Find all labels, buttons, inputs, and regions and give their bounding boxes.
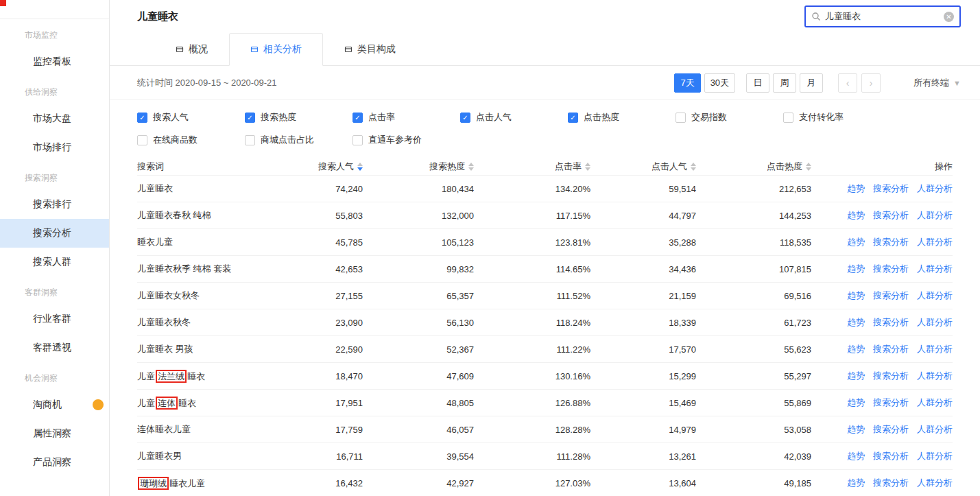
sort-icon[interactable] (806, 163, 811, 171)
sidebar-item[interactable]: 属性洞察 (0, 419, 109, 448)
column-header[interactable]: 搜索人气 (275, 161, 363, 173)
clear-search-icon[interactable]: ✕ (944, 12, 954, 22)
pager-next-icon[interactable]: › (861, 73, 881, 93)
action-link[interactable]: 搜索分析 (873, 316, 909, 329)
metric-value: 17,570 (590, 344, 696, 355)
metric-checkbox-item[interactable]: ✓搜索人气 (137, 111, 245, 123)
checkbox[interactable]: ✓ (460, 113, 470, 123)
action-link[interactable]: 趋势 (847, 182, 865, 195)
metric-checkbox-item[interactable]: ✓点击率 (352, 111, 460, 123)
action-link[interactable]: 搜索分析 (873, 290, 909, 302)
checkbox[interactable] (137, 135, 147, 145)
column-header[interactable]: 点击人气 (590, 161, 696, 173)
action-link[interactable]: 搜索分析 (873, 209, 909, 222)
action-link[interactable]: 人群分析 (917, 290, 953, 302)
action-link[interactable]: 人群分析 (917, 182, 953, 195)
table-row: 珊瑚绒睡衣儿童16,43242,927127.03%13,60449,185趋势… (137, 469, 953, 496)
action-link[interactable]: 人群分析 (917, 450, 953, 462)
metric-value: 14,979 (590, 425, 696, 435)
metric-checkbox-item[interactable]: ✓搜索热度 (245, 111, 352, 123)
range-button[interactable]: 7天 (674, 73, 700, 93)
metric-checkbox-item[interactable]: 支付转化率 (783, 111, 891, 123)
checkbox[interactable] (352, 135, 363, 145)
action-link[interactable]: 搜索分析 (873, 397, 909, 409)
action-link[interactable]: 趋势 (847, 236, 865, 248)
sidebar-item[interactable]: 搜索排行 (0, 190, 109, 219)
sort-icon[interactable] (468, 163, 474, 171)
checkbox[interactable]: ✓ (352, 113, 363, 123)
terminal-label: 所有终端 (913, 77, 949, 89)
search-input[interactable] (825, 12, 944, 22)
action-link[interactable]: 趋势 (847, 370, 865, 382)
tab-item[interactable]: 类目构成 (323, 33, 417, 66)
action-link[interactable]: 搜索分析 (873, 263, 909, 275)
action-link[interactable]: 搜索分析 (873, 236, 909, 248)
metric-value: 16,432 (275, 478, 363, 488)
table-row: 连体睡衣儿童17,75946,057128.28%14,97953,058趋势搜… (137, 416, 953, 442)
keyword-cell: 儿童连体睡衣 (137, 397, 275, 410)
sidebar-item[interactable]: 行业客群 (0, 305, 109, 333)
action-link[interactable]: 人群分析 (917, 316, 953, 329)
checkbox[interactable]: ✓ (137, 113, 147, 123)
range-button[interactable]: 30天 (704, 73, 735, 93)
action-link[interactable]: 趋势 (847, 423, 865, 436)
sort-icon[interactable] (585, 163, 590, 171)
metric-checkbox-item[interactable]: 交易指数 (676, 111, 783, 123)
sidebar-item[interactable]: 产品洞察 (0, 448, 109, 477)
action-link[interactable]: 人群分析 (917, 236, 953, 248)
search-icon (811, 12, 821, 21)
sort-icon[interactable] (357, 163, 363, 171)
action-link[interactable]: 人群分析 (917, 477, 953, 489)
sidebar-item[interactable]: 市场排行 (0, 133, 109, 162)
tab-icon (176, 45, 184, 54)
action-link[interactable]: 趋势 (847, 263, 865, 275)
checkbox[interactable]: ✓ (568, 113, 578, 123)
metric-checkbox-item[interactable]: 商城点击占比 (245, 134, 352, 146)
sort-icon[interactable] (691, 163, 696, 171)
action-link[interactable]: 人群分析 (917, 423, 953, 436)
action-link[interactable]: 搜索分析 (873, 477, 909, 489)
column-header[interactable]: 搜索热度 (363, 161, 474, 173)
action-link[interactable]: 搜索分析 (873, 370, 909, 382)
action-link[interactable]: 人群分析 (917, 209, 953, 222)
sidebar-item[interactable]: 淘商机 (0, 390, 109, 419)
metric-checkbox-item[interactable]: 直通车参考价 (352, 134, 460, 146)
action-link[interactable]: 搜索分析 (873, 450, 909, 462)
range-button[interactable]: 月 (800, 73, 823, 93)
checkbox[interactable] (783, 113, 793, 123)
action-link[interactable]: 搜索分析 (873, 423, 909, 436)
checkbox[interactable]: ✓ (245, 113, 255, 123)
action-link[interactable]: 趋势 (847, 209, 865, 222)
sidebar-item[interactable]: 搜索人群 (0, 248, 109, 276)
tab-active[interactable]: 相关分析 (229, 33, 323, 66)
action-link[interactable]: 趋势 (847, 290, 865, 302)
tab-item[interactable]: 概况 (154, 33, 229, 66)
action-link[interactable]: 人群分析 (917, 263, 953, 275)
action-link[interactable]: 趋势 (847, 316, 865, 329)
metric-checkbox-item[interactable]: ✓点击人气 (460, 111, 568, 123)
action-link[interactable]: 趋势 (847, 397, 865, 409)
metric-checkbox-item[interactable]: ✓点击热度 (568, 111, 676, 123)
annotation-corner-mark (0, 0, 6, 6)
terminal-dropdown[interactable]: 所有终端 ▼ (913, 77, 961, 89)
action-link[interactable]: 人群分析 (917, 343, 953, 355)
column-header[interactable]: 点击率 (474, 161, 590, 173)
sidebar-item[interactable]: 客群透视 (0, 333, 109, 362)
range-button[interactable]: 周 (773, 73, 796, 93)
range-button[interactable]: 日 (746, 73, 769, 93)
pager-prev-icon[interactable]: ‹ (838, 73, 857, 93)
action-link[interactable]: 趋势 (847, 450, 865, 462)
action-link[interactable]: 趋势 (847, 343, 865, 355)
action-link[interactable]: 搜索分析 (873, 343, 909, 355)
action-link[interactable]: 人群分析 (917, 397, 953, 409)
column-header[interactable]: 点击热度 (696, 161, 811, 173)
action-link[interactable]: 人群分析 (917, 370, 953, 382)
metric-checkbox-item[interactable]: 在线商品数 (137, 134, 245, 146)
sidebar-item[interactable]: 市场大盘 (0, 104, 109, 133)
sidebar-item[interactable]: 监控看板 (0, 47, 109, 76)
checkbox[interactable] (676, 113, 686, 123)
action-link[interactable]: 搜索分析 (873, 182, 909, 195)
action-link[interactable]: 趋势 (847, 477, 865, 489)
sidebar-item[interactable]: 搜索分析 (0, 219, 109, 248)
checkbox[interactable] (245, 135, 255, 145)
